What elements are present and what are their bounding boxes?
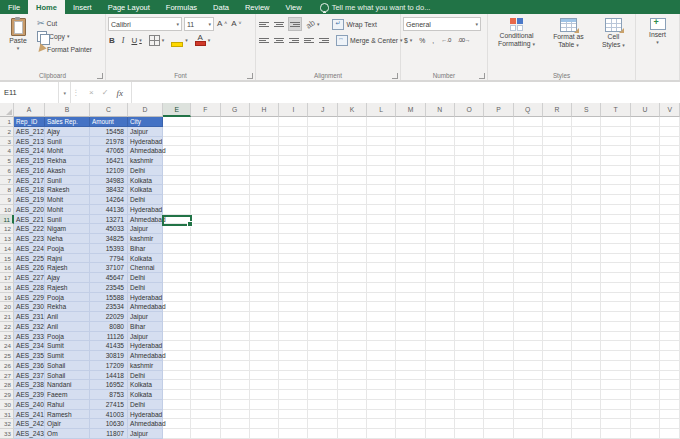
cell-L31[interactable] — [367, 410, 396, 420]
cell-K18[interactable] — [338, 283, 367, 293]
cell-N22[interactable] — [426, 322, 455, 332]
cell-Q12[interactable] — [514, 224, 543, 234]
cell-G20[interactable] — [221, 302, 250, 312]
cell-L15[interactable] — [367, 254, 396, 264]
cell-K17[interactable] — [338, 273, 367, 283]
column-header-U[interactable]: U — [631, 103, 660, 117]
cell-U18[interactable] — [631, 283, 660, 293]
cell-O14[interactable] — [455, 244, 484, 254]
cell-A16[interactable]: AES_226 — [14, 263, 45, 273]
cell-G5[interactable] — [221, 156, 250, 166]
cell-M2[interactable] — [396, 127, 425, 137]
cell-L21[interactable] — [367, 312, 396, 322]
cell-J32[interactable] — [308, 419, 337, 429]
cell-P13[interactable] — [484, 234, 513, 244]
cell-L25[interactable] — [367, 351, 396, 361]
cell-P11[interactable] — [484, 215, 513, 225]
cell-R18[interactable] — [543, 283, 572, 293]
cell-V3[interactable] — [660, 137, 680, 147]
cell-U26[interactable] — [631, 361, 660, 371]
cell-B12[interactable]: Nigam — [45, 224, 90, 234]
cell-L24[interactable] — [367, 341, 396, 351]
cell-O1[interactable] — [455, 117, 484, 127]
cell-H22[interactable] — [250, 322, 279, 332]
cell-G32[interactable] — [221, 419, 250, 429]
cell-Q11[interactable] — [514, 215, 543, 225]
cell-L28[interactable] — [367, 380, 396, 390]
cell-P2[interactable] — [484, 127, 513, 137]
cell-U29[interactable] — [631, 390, 660, 400]
cell-V16[interactable] — [660, 263, 680, 273]
cell-K31[interactable] — [338, 410, 367, 420]
cell-H13[interactable] — [250, 234, 279, 244]
cell-C8[interactable]: 38432 — [90, 185, 128, 195]
cell-G10[interactable] — [221, 205, 250, 215]
cell-O26[interactable] — [455, 361, 484, 371]
cell-K10[interactable] — [338, 205, 367, 215]
cell-H2[interactable] — [250, 127, 279, 137]
cell-T18[interactable] — [601, 283, 630, 293]
cell-M29[interactable] — [396, 390, 425, 400]
cell-K22[interactable] — [338, 322, 367, 332]
cell-B10[interactable]: Mohit — [45, 205, 90, 215]
cell-A27[interactable]: AES_237 — [14, 371, 45, 381]
cell-J26[interactable] — [308, 361, 337, 371]
cell-U23[interactable] — [631, 332, 660, 342]
comma-button[interactable]: , — [431, 34, 435, 46]
cell-R6[interactable] — [543, 166, 572, 176]
cell-P19[interactable] — [484, 293, 513, 303]
cell-T26[interactable] — [601, 361, 630, 371]
cell-A13[interactable]: AES_223 — [14, 234, 45, 244]
cell-O11[interactable] — [455, 215, 484, 225]
cell-P21[interactable] — [484, 312, 513, 322]
cell-K19[interactable] — [338, 293, 367, 303]
cell-H26[interactable] — [250, 361, 279, 371]
font-dialog-launcher-icon[interactable] — [247, 73, 253, 79]
cell-G13[interactable] — [221, 234, 250, 244]
cell-A8[interactable]: AES_218 — [14, 185, 45, 195]
cell-P20[interactable] — [484, 302, 513, 312]
cell-R1[interactable] — [543, 117, 572, 127]
cell-G1[interactable] — [221, 117, 250, 127]
cell-J31[interactable] — [308, 410, 337, 420]
cell-L8[interactable] — [367, 185, 396, 195]
cell-V32[interactable] — [660, 419, 680, 429]
cell-C10[interactable]: 44136 — [90, 205, 128, 215]
cell-M4[interactable] — [396, 146, 425, 156]
column-header-A[interactable]: A — [14, 103, 45, 117]
cell-O24[interactable] — [455, 341, 484, 351]
cell-N18[interactable] — [426, 283, 455, 293]
cell-V22[interactable] — [660, 322, 680, 332]
cell-O9[interactable] — [455, 195, 484, 205]
cell-O2[interactable] — [455, 127, 484, 137]
cell-K27[interactable] — [338, 371, 367, 381]
cell-F17[interactable] — [191, 273, 220, 283]
cell-I25[interactable] — [279, 351, 308, 361]
alignment-dialog-launcher-icon[interactable] — [392, 73, 398, 79]
cell-D32[interactable]: Ahmedabad — [128, 419, 163, 429]
cell-D27[interactable]: Delhi — [128, 371, 163, 381]
cell-L18[interactable] — [367, 283, 396, 293]
cell-U24[interactable] — [631, 341, 660, 351]
cell-C31[interactable]: 41003 — [90, 410, 128, 420]
cell-I14[interactable] — [279, 244, 308, 254]
cell-B19[interactable]: Pooja — [45, 293, 90, 303]
cancel-icon[interactable]: × — [89, 88, 94, 97]
cell-U15[interactable] — [631, 254, 660, 264]
cell-C21[interactable]: 22029 — [90, 312, 128, 322]
cell-V19[interactable] — [660, 293, 680, 303]
cell-F14[interactable] — [191, 244, 220, 254]
cell-styles-button[interactable]: Cell Styles ▾ — [599, 17, 628, 69]
cell-J25[interactable] — [308, 351, 337, 361]
cell-B25[interactable]: Sumit — [45, 351, 90, 361]
cell-S15[interactable] — [572, 254, 601, 264]
cell-L3[interactable] — [367, 137, 396, 147]
cell-E13[interactable] — [163, 234, 191, 244]
cell-F6[interactable] — [191, 166, 220, 176]
cell-U4[interactable] — [631, 146, 660, 156]
cell-L23[interactable] — [367, 332, 396, 342]
cell-I19[interactable] — [279, 293, 308, 303]
cell-S23[interactable] — [572, 332, 601, 342]
insert-cells-button[interactable]: Insert ▾ — [646, 17, 669, 69]
cell-I13[interactable] — [279, 234, 308, 244]
